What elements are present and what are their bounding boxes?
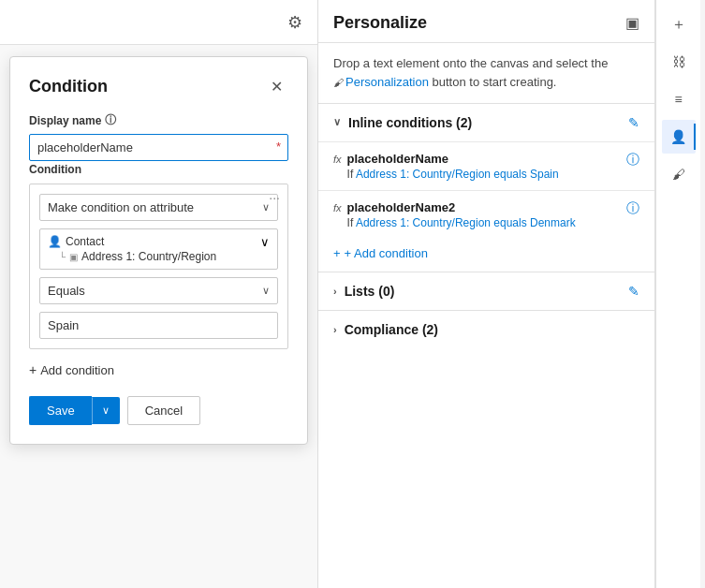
condition-item-2-left: fx placeholderName2 If Address 1: Countr… [333, 200, 576, 229]
condition-1-name: placeholderName [347, 152, 559, 166]
condition-1-desc: If Address 1: Country/Region equals Spai… [347, 168, 559, 181]
add-condition-link[interactable]: + Add condition [29, 359, 288, 381]
lists-label: Lists (0) [345, 284, 395, 299]
desc-text-2: button to start creating. [433, 75, 557, 89]
list-icon: ≡ [674, 92, 682, 107]
add-condition-row[interactable]: + + Add condition [318, 239, 654, 272]
compliance-left: › Compliance (2) [333, 322, 438, 337]
add-condition-label-right[interactable]: + Add condition [345, 246, 428, 260]
canvas-area: ⚙ Condition ✕ Display name ⓘ * Condition… [0, 0, 318, 588]
personalize-header-icon: ▣ [625, 14, 639, 32]
attribute-address-label: Address 1: Country/Region [81, 250, 216, 263]
condition-1-details: placeholderName If Address 1: Country/Re… [347, 152, 559, 181]
inline-conditions-label: Inline conditions (2) [348, 115, 472, 130]
display-name-label: Display name ⓘ [29, 112, 288, 128]
workflow-icon: ⛓ [672, 54, 685, 69]
indent-icon: └ [59, 252, 66, 262]
dialog-footer: Save ∨ Cancel [29, 396, 288, 425]
lists-header[interactable]: › Lists (0) ✎ [318, 272, 654, 310]
dialog-header: Condition ✕ [29, 76, 288, 97]
canvas-toolbar: ⚙ [0, 0, 317, 45]
condition-2-name: placeholderName2 [347, 200, 576, 214]
condition-2-desc: If Address 1: Country/Region equals Denm… [347, 216, 576, 229]
attribute-chevron: ∨ [260, 235, 270, 249]
display-name-input[interactable] [29, 134, 288, 161]
add-icon-button[interactable]: ＋ [662, 7, 696, 41]
condition-item-1: fx placeholderName If Address 1: Country… [318, 141, 654, 190]
gear-icon[interactable]: ⚙ [287, 12, 302, 33]
personalize-panel: Personalize ▣ Drop a text element onto t… [318, 0, 655, 588]
personalize-title: Personalize [333, 13, 427, 33]
inline-conditions-left: ∨ Inline conditions (2) [333, 115, 472, 130]
brush-icon-button[interactable]: 🖌 [662, 157, 696, 191]
attribute-contact-row: 👤 Contact [48, 235, 216, 248]
attribute-selector[interactable]: 👤 Contact └ ▣ Address 1: Country/Region … [39, 228, 278, 270]
add-condition-plus-right: + [333, 246, 341, 260]
lists-chevron: › [333, 286, 337, 297]
condition-1-fx: fx [333, 154, 342, 165]
personalize-header: Personalize ▣ [318, 0, 654, 43]
operator-chevron: ∨ [262, 285, 270, 297]
lists-edit-icon[interactable]: ✎ [628, 284, 639, 299]
list-icon-button[interactable]: ≡ [662, 82, 696, 116]
operator-value: Equals [48, 284, 85, 298]
condition-box-menu[interactable]: ··· [269, 190, 280, 205]
value-input[interactable] [39, 312, 278, 339]
condition-box: ··· Make condition on attribute ∨ 👤 Cont… [29, 184, 288, 349]
cancel-button[interactable]: Cancel [127, 396, 200, 425]
personalize-description: Drop a text element onto the canvas and … [318, 43, 654, 103]
operator-dropdown[interactable]: Equals ∨ [39, 277, 278, 304]
condition-dialog: Condition ✕ Display name ⓘ * Condition ·… [9, 56, 308, 445]
condition-2-link[interactable]: Address 1: Country/Region equals Denmark [356, 216, 576, 229]
inline-conditions-section: ∨ Inline conditions (2) ✎ fx placeholder… [318, 103, 654, 272]
personalize-inline-icon: 🖌 [333, 75, 344, 91]
lists-left: › Lists (0) [333, 284, 394, 299]
condition-type-value: Make condition on attribute [48, 200, 194, 214]
desc-text-1: Drop a text element onto the canvas and … [333, 56, 608, 70]
condition-2-details: placeholderName2 If Address 1: Country/R… [347, 200, 576, 229]
attribute-content: 👤 Contact └ ▣ Address 1: Country/Region [48, 235, 216, 263]
display-name-info-icon: ⓘ [105, 112, 116, 128]
person-icon: 👤 [48, 235, 62, 248]
condition-type-dropdown[interactable]: Make condition on attribute ∨ [39, 194, 278, 221]
attribute-address-row: └ ▣ Address 1: Country/Region [48, 250, 216, 263]
add-icon: ＋ [671, 15, 686, 35]
inline-conditions-edit-icon[interactable]: ✎ [628, 115, 639, 130]
compliance-header[interactable]: › Compliance (2) [318, 311, 654, 348]
add-condition-plus-icon: + [29, 362, 37, 377]
brush-icon: 🖌 [672, 167, 685, 182]
condition-item-2: fx placeholderName2 If Address 1: Countr… [318, 190, 654, 239]
add-condition-label: Add condition [40, 363, 114, 377]
condition-2-fx: fx [333, 202, 342, 213]
lists-section: › Lists (0) ✎ [318, 272, 654, 310]
dialog-title: Condition [29, 77, 108, 96]
compliance-chevron: › [333, 324, 337, 335]
inline-conditions-chevron: ∨ [333, 116, 341, 128]
icon-bar: ＋ ⛓ ≡ 👤 🖌 [655, 0, 700, 588]
people-icon: 👤 [670, 129, 686, 144]
save-button[interactable]: Save [29, 396, 92, 425]
condition-item-1-left: fx placeholderName If Address 1: Country… [333, 152, 559, 181]
inline-conditions-header[interactable]: ∨ Inline conditions (2) ✎ [318, 104, 654, 141]
condition-2-info-button[interactable]: ⓘ [626, 200, 639, 217]
save-dropdown-button[interactable]: ∨ [92, 397, 120, 424]
personalize-link[interactable]: Personalization [345, 73, 429, 92]
condition-section-label: Condition [29, 163, 288, 176]
close-button[interactable]: ✕ [265, 76, 288, 97]
condition-1-info-button[interactable]: ⓘ [626, 152, 639, 169]
condition-1-link[interactable]: Address 1: Country/Region equals Spain [356, 168, 559, 181]
field-icon: ▣ [69, 252, 78, 262]
people-icon-button[interactable]: 👤 [662, 120, 696, 154]
required-marker: * [276, 140, 281, 154]
compliance-label: Compliance (2) [345, 322, 438, 337]
compliance-section: › Compliance (2) [318, 310, 654, 348]
workflow-icon-button[interactable]: ⛓ [662, 45, 696, 79]
attribute-contact-label: Contact [66, 235, 104, 248]
